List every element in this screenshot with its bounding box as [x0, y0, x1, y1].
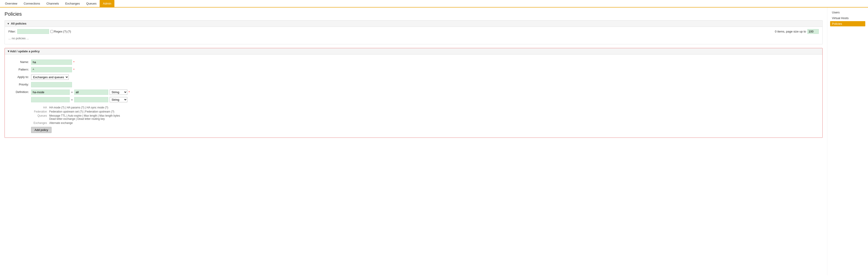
policy-form: Name: * Pattern: *	[8, 60, 819, 103]
apply-to-field: Exchanges and queues Exchanges Queues	[31, 75, 69, 80]
add-policy-button[interactable]: Add policy	[31, 127, 52, 133]
no-policies-text: ... no policies ...	[8, 36, 819, 42]
pattern-field: *	[31, 67, 74, 72]
priority-field	[31, 82, 72, 87]
name-required: *	[73, 60, 74, 64]
equals-sign-2: =	[71, 98, 73, 102]
name-input[interactable]	[31, 60, 72, 65]
apply-to-row: Apply to: Exchanges and queues Exchanges…	[8, 75, 819, 80]
add-update-body: Name: * Pattern: *	[5, 55, 823, 138]
def-key-input-2[interactable]	[31, 97, 70, 102]
all-policies-header[interactable]: ▼ All policies	[5, 21, 823, 27]
federation-category: Federation	[31, 110, 47, 113]
pattern-label: Pattern:	[8, 67, 31, 71]
def-type-select-1[interactable]: String Number Boolean List	[110, 89, 127, 95]
collapse-arrow: ▼	[7, 22, 9, 25]
page-title: Policies	[4, 11, 823, 17]
nav-connections[interactable]: Connections	[21, 0, 43, 7]
regex-label: Regex (?) (?)	[51, 30, 71, 33]
queues-category: Queues	[31, 114, 47, 120]
def-row-1: = String Number Boolean List *	[31, 89, 130, 95]
nav-admin[interactable]: Admin	[100, 0, 115, 7]
queues-links-line2: Dead letter exchange | Dead letter routi…	[49, 117, 120, 120]
priority-label: Priority:	[8, 82, 31, 86]
ha-category: HA	[31, 106, 47, 109]
pattern-required: *	[73, 68, 74, 72]
apply-to-select[interactable]: Exchanges and queues Exchanges Queues	[31, 75, 69, 80]
definition-label: Definition:	[8, 89, 31, 94]
regex-checkbox[interactable]	[51, 30, 53, 33]
nav-overview[interactable]: Overview	[2, 0, 21, 7]
priority-row: Priority:	[8, 82, 819, 87]
sidebar-users[interactable]: Users	[830, 10, 865, 15]
regex-hint2[interactable]: (?)	[67, 30, 71, 33]
nav-channels[interactable]: Channels	[43, 0, 62, 7]
right-sidebar: Users Virtual Hosts Policies	[827, 7, 868, 275]
top-nav: Overview Connections Channels Exchanges …	[0, 0, 868, 7]
pattern-input[interactable]	[31, 67, 72, 72]
equals-sign-1: =	[71, 90, 73, 94]
apply-to-label: Apply to:	[8, 75, 31, 79]
ha-hints-row: HA HA mode (?) | HA params (?) | HA sync…	[31, 106, 819, 109]
name-row: Name: *	[8, 60, 819, 65]
def-required: *	[129, 90, 130, 94]
add-update-panel: ▼ Add / update a policy Name: * P	[4, 48, 823, 138]
add-update-header[interactable]: ▼ Add / update a policy	[5, 48, 823, 55]
def-val-input-2[interactable]	[74, 97, 108, 102]
queues-hints-row: Queues Message TTL | Auto expire | Max l…	[31, 114, 819, 120]
def-row-2: = String Number Boolean List	[31, 97, 127, 102]
federation-links: Federation upstream set (?) | Federation…	[49, 110, 115, 113]
sidebar-policies[interactable]: Policies	[830, 21, 865, 26]
items-text: 0 items, page size up to	[775, 30, 806, 33]
filter-right: 0 items, page size up to	[775, 29, 819, 34]
priority-input[interactable]	[31, 82, 72, 87]
sidebar-virtual-hosts[interactable]: Virtual Hosts	[830, 16, 865, 21]
queues-links-line1: Message TTL | Auto expire | Max length |…	[49, 114, 120, 117]
nav-exchanges[interactable]: Exchanges	[62, 0, 83, 7]
all-policies-panel: ▼ All policies Filter: Regex (?) (?) 0 i…	[4, 20, 823, 44]
all-policies-body: Filter: Regex (?) (?) 0 items, page size…	[5, 27, 823, 44]
queues-links: Message TTL | Auto expire | Max length |…	[49, 114, 120, 120]
def-type-select-2[interactable]: String Number Boolean List	[110, 97, 127, 102]
regex-text: Regex	[54, 30, 63, 33]
filter-label: Filter:	[8, 30, 16, 33]
def-val-input-1[interactable]	[74, 89, 108, 95]
exchanges-hints-row: Exchanges Alternate exchange	[31, 121, 819, 125]
add-update-arrow: ▼	[7, 50, 10, 53]
filter-input[interactable]	[17, 29, 49, 34]
def-key-input-1[interactable]	[31, 89, 70, 95]
exchanges-links: Alternate exchange	[49, 121, 73, 125]
nav-queues[interactable]: Queues	[83, 0, 100, 7]
definition-row: Definition: = String Number Boolean	[8, 89, 819, 103]
pattern-row: Pattern: *	[8, 67, 819, 72]
page-size-input[interactable]	[807, 29, 819, 34]
name-field: *	[31, 60, 74, 65]
name-label: Name:	[8, 60, 31, 64]
federation-hints-row: Federation Federation upstream set (?) |…	[31, 110, 819, 113]
ha-links: HA mode (?) | HA params (?) | HA sync mo…	[49, 106, 108, 109]
filter-row: Filter: Regex (?) (?) 0 items, page size…	[8, 29, 819, 34]
all-policies-title: All policies	[11, 22, 27, 25]
exchanges-category: Exchanges	[31, 121, 47, 125]
regex-hint1[interactable]: (?)	[63, 30, 67, 33]
hints-table: HA HA mode (?) | HA params (?) | HA sync…	[31, 106, 819, 125]
definition-field: = String Number Boolean List *	[31, 89, 130, 103]
add-update-title: Add / update a policy	[10, 50, 40, 53]
main-content: Policies ▼ All policies Filter: Regex (?…	[0, 7, 827, 275]
